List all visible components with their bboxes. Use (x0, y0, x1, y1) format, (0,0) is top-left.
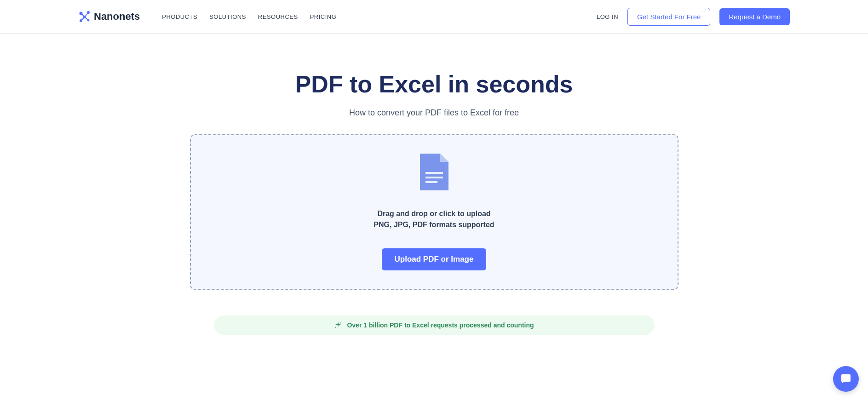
svg-line-7 (81, 17, 85, 21)
main-nav: PRODUCTS SOLUTIONS RESOURCES PRICING (162, 13, 336, 20)
logo[interactable]: Nanonets (78, 10, 140, 23)
stats-banner: Over 1 billion PDF to Excel requests pro… (214, 315, 655, 335)
site-header: Nanonets PRODUCTS SOLUTIONS RESOURCES PR… (0, 0, 868, 34)
svg-line-6 (85, 12, 88, 17)
svg-rect-9 (425, 172, 443, 174)
page-subtitle: How to convert your PDF files to Excel f… (349, 108, 519, 118)
sparkle-icon (334, 321, 342, 329)
nav-pricing[interactable]: PRICING (310, 13, 337, 20)
request-demo-button[interactable]: Request a Demo (719, 8, 790, 25)
nav-solutions[interactable]: SOLUTIONS (209, 13, 246, 20)
svg-line-5 (81, 13, 85, 17)
document-icon (420, 154, 448, 190)
format-support: PNG, JPG, PDF formats supported (374, 221, 494, 229)
svg-line-8 (85, 17, 88, 20)
main-content: PDF to Excel in seconds How to convert y… (0, 34, 868, 335)
drop-instruction: Drag and drop or click to upload (377, 210, 490, 218)
header-right: LOG IN Get Started For Free Request a De… (597, 8, 790, 26)
nav-resources[interactable]: RESOURCES (258, 13, 298, 20)
page-title: PDF to Excel in seconds (295, 70, 573, 98)
nav-products[interactable]: PRODUCTS (162, 13, 197, 20)
svg-rect-11 (425, 181, 437, 183)
get-started-button[interactable]: Get Started For Free (627, 8, 710, 26)
upload-dropzone[interactable]: Drag and drop or click to upload PNG, JP… (190, 134, 678, 290)
logo-icon (78, 10, 91, 23)
banner-text: Over 1 billion PDF to Excel requests pro… (347, 321, 534, 329)
logo-text: Nanonets (94, 11, 140, 23)
login-link[interactable]: LOG IN (597, 13, 618, 20)
upload-button[interactable]: Upload PDF or Image (382, 248, 487, 270)
svg-rect-10 (425, 177, 443, 178)
header-left: Nanonets PRODUCTS SOLUTIONS RESOURCES PR… (78, 10, 336, 23)
